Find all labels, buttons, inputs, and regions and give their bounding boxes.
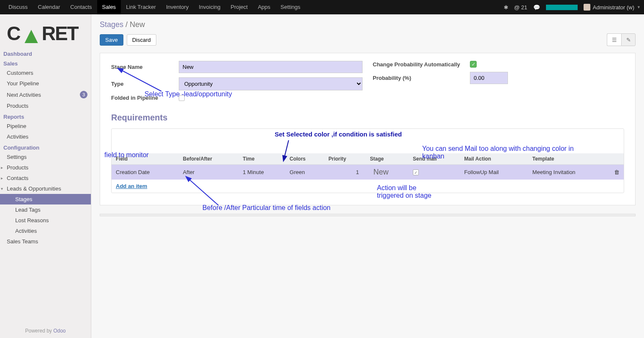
sidebar-item-activities[interactable]: Activities (0, 226, 91, 236)
nav-item-invoicing[interactable]: Invoicing (194, 0, 225, 14)
sidebar-item-label: Products (7, 164, 28, 171)
sidebar-item-sales-teams[interactable]: Sales Teams (0, 236, 91, 247)
list-icon: ☰ (612, 37, 617, 43)
table-row[interactable]: Creation Date After 1 Minute Green 1 New… (112, 165, 624, 180)
nav-item-apps[interactable]: Apps (253, 0, 276, 14)
breadcrumb-current: New (130, 20, 145, 29)
stage-name-input[interactable] (179, 61, 363, 73)
sidebar-item-settings[interactable]: Settings (0, 152, 91, 162)
sidebar: C▲RET DashboardSalesCustomersYour Pipeli… (0, 14, 91, 338)
col-priority: Priority (324, 153, 366, 165)
col-actions (610, 153, 624, 165)
sidebar-item-label: Contacts (7, 175, 28, 181)
probability-label: Probability (%) (373, 75, 470, 81)
col-time: Time (239, 153, 286, 165)
edit-icon: ✎ (626, 37, 631, 43)
requirements-box: FieldBefore/AfterTimeColorsPriorityStage… (111, 128, 624, 193)
main-content: Stages / New Save Discard ☰ ✎ Stage Name (91, 14, 644, 338)
odoo-link[interactable]: Odoo (53, 328, 65, 334)
sidebar-item-products[interactable]: ▸Products (0, 162, 91, 173)
cell-before-after[interactable]: After (179, 165, 239, 180)
sidebar-item-label: Pipeline (7, 123, 26, 129)
sidebar-item-activities[interactable]: Activities (0, 131, 91, 142)
sidebar-item-label: Sales Teams (7, 238, 38, 245)
at-count[interactable]: @ 21 (514, 4, 527, 11)
change-prob-checkbox[interactable]: ✓ (470, 61, 477, 68)
sidebar-item-products[interactable]: Products (0, 101, 91, 111)
form-view-button[interactable]: ✎ (621, 33, 636, 46)
sidebar-item-label: Customers (7, 70, 33, 76)
sidebar-item-label: Leads & Opportunities (7, 185, 61, 192)
col-template: Template (528, 153, 610, 165)
sidebar-item-label: Products (7, 103, 28, 109)
progress-indicator (546, 5, 578, 10)
user-name-label: Administrator (w) (593, 4, 634, 11)
delete-row-icon[interactable]: 🗑 (610, 165, 624, 180)
cell-stage[interactable]: New (366, 165, 409, 180)
col-field: Field (112, 153, 179, 165)
change-prob-label: Change Probability Automatically (373, 61, 470, 68)
cell-sendmail[interactable]: ✓ (409, 165, 460, 180)
cell-time[interactable]: 1 Minute (239, 165, 286, 180)
save-button[interactable]: Save (100, 34, 123, 46)
cell-field[interactable]: Creation Date (112, 165, 179, 180)
requirements-heading: Requirements (111, 113, 624, 123)
col-before-after: Before/After (179, 153, 239, 165)
sidebar-item-customers[interactable]: Customers (0, 68, 91, 78)
folded-label: Folded in Pipeline (111, 95, 179, 101)
sidebar-item-lead-tags[interactable]: Lead Tags (0, 204, 91, 215)
nav-item-link-tracker[interactable]: Link Tracker (121, 0, 161, 14)
sidebar-item-next-activities[interactable]: Next Activities3 (0, 89, 91, 101)
sidebar-item-stages[interactable]: Stages (0, 194, 91, 204)
nav-item-settings[interactable]: Settings (276, 0, 306, 14)
side-group-dashboard[interactable]: Dashboard (0, 48, 91, 58)
form-sheet: Stage Name Type Opportunity Folded in Pi… (100, 53, 636, 205)
stage-name-label: Stage Name (111, 64, 179, 70)
cell-mail-action[interactable]: FollowUp Mail (460, 165, 528, 180)
col-mail-action: Mail Action (460, 153, 528, 165)
avatar (584, 4, 590, 11)
sidebar-item-your-pipeline[interactable]: Your Pipeline (0, 78, 91, 89)
probability-input[interactable] (470, 72, 508, 84)
list-view-button[interactable]: ☰ (607, 33, 621, 46)
logo: C▲RET (7, 22, 84, 45)
caret-right-icon: ▸ (1, 176, 6, 180)
add-item-link[interactable]: Add an item (112, 180, 624, 193)
type-select[interactable]: Opportunity (179, 77, 363, 90)
sidebar-item-pipeline[interactable]: Pipeline (0, 121, 91, 131)
sendmail-checkbox[interactable]: ✓ (413, 169, 419, 175)
nav-item-calendar[interactable]: Calendar (33, 0, 65, 14)
annotation-before-after: Before /After Particular time of fields … (202, 204, 330, 212)
discard-button[interactable]: Discard (127, 34, 156, 46)
sidebar-item-contacts[interactable]: ▸Contacts (0, 173, 91, 183)
caret-down-icon: ▾ (1, 186, 6, 191)
dropdown-caret-icon: ▼ (637, 5, 641, 9)
folded-checkbox[interactable] (179, 95, 185, 101)
sidebar-item-label: Your Pipeline (7, 80, 39, 87)
cell-template[interactable]: Meeting Invitation (528, 165, 610, 180)
col-send-mail: Send mail (409, 153, 460, 165)
sidebar-item-lost-reasons[interactable]: Lost Reasons (0, 215, 91, 226)
top-navbar: DiscussCalendarContactsSalesLink Tracker… (0, 0, 644, 14)
sidebar-item-leads-opportunities[interactable]: ▾Leads & Opportunities (0, 183, 91, 194)
cell-priority[interactable]: 1 (324, 165, 366, 180)
badge: 3 (80, 91, 87, 98)
side-group-configuration[interactable]: Configuration (0, 142, 91, 152)
requirements-table: FieldBefore/AfterTimeColorsPriorityStage… (112, 153, 624, 180)
cell-colors[interactable]: Green (285, 165, 324, 180)
side-group-reports[interactable]: Reports (0, 111, 91, 121)
nav-item-inventory[interactable]: Inventory (161, 0, 194, 14)
nav-item-discuss[interactable]: Discuss (3, 0, 33, 14)
col-colors: Colors (285, 153, 324, 165)
nav-item-contacts[interactable]: Contacts (65, 0, 97, 14)
breadcrumb: Stages / New (100, 20, 145, 29)
debug-icon[interactable]: ✱ (504, 4, 508, 11)
chat-icon[interactable]: 💬 (533, 4, 540, 11)
caret-right-icon: ▸ (1, 165, 6, 170)
breadcrumb-parent[interactable]: Stages (100, 20, 123, 29)
user-menu[interactable]: Administrator (w) ▼ (584, 4, 641, 11)
footer-bar (100, 214, 636, 216)
nav-item-project[interactable]: Project (226, 0, 253, 14)
side-group-sales[interactable]: Sales (0, 58, 91, 68)
nav-item-sales[interactable]: Sales (97, 0, 121, 14)
